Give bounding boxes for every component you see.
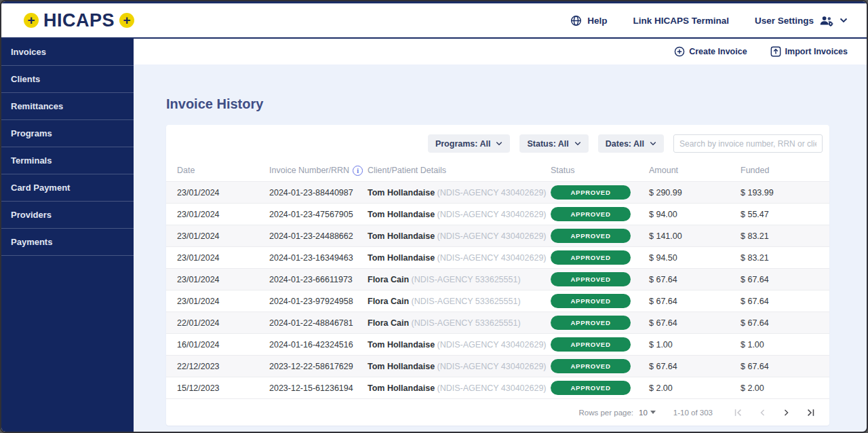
sidebar-item[interactable]: Terminals [1, 147, 134, 174]
status-cell: APPROVED [551, 337, 649, 352]
client-agency: (NDIS-AGENCY 430402629) [437, 253, 547, 263]
user-settings-menu[interactable]: User Settings [755, 15, 848, 26]
caret-down-icon [650, 411, 656, 414]
users-gear-icon [819, 15, 834, 26]
create-invoice-label: Create Invoice [689, 47, 747, 56]
link-hicaps-terminal-link[interactable]: Link HICAPS Terminal [633, 16, 729, 26]
hicaps-logo: + HICAPS + [24, 10, 134, 31]
help-link[interactable]: Help [570, 15, 607, 26]
funded-cell: $ 83.21 [741, 253, 818, 263]
main-header: + HICAPS + Help Link HICAPS Terminal Use… [1, 3, 867, 39]
invoice-number-cell: 2024-01-23-47567905 [269, 210, 368, 219]
table-row[interactable]: 23/01/2024 2024-01-23-16349463 Tom Holla… [166, 246, 829, 268]
status-filter-dropdown[interactable]: Status: All [519, 134, 588, 153]
table-row[interactable]: 22/01/2024 2024-01-22-48846781 Flora Cai… [166, 312, 829, 333]
client-cell: Tom Hollandaise (NDIS-AGENCY 430402629) [368, 362, 551, 371]
table-header-row: Date Invoice Number/RRN i Client/Patient… [166, 159, 829, 181]
import-invoices-button[interactable]: Import Invoices [770, 46, 848, 57]
table-row[interactable]: 23/01/2024 2024-01-23-66611973 Flora Cai… [166, 268, 829, 290]
table-row[interactable]: 22/12/2023 2023-12-22-58617629 Tom Holla… [166, 355, 829, 377]
programs-filter-dropdown[interactable]: Programs: All [428, 134, 511, 153]
first-page-button[interactable] [733, 408, 743, 417]
client-name: Tom Hollandaise [368, 231, 435, 241]
sidebar-item-label: Remittances [11, 101, 63, 111]
client-agency: (NDIS-AGENCY 430402629) [437, 188, 547, 197]
last-page-button[interactable] [806, 408, 816, 417]
amount-cell: $ 141.00 [649, 231, 741, 241]
dates-filter-dropdown[interactable]: Dates: All [598, 134, 664, 153]
header-actions: Help Link HICAPS Terminal User Settings [570, 15, 848, 26]
date-cell: 23/01/2024 [177, 253, 269, 263]
invoice-number-cell: 2023-12-22-58617629 [269, 362, 368, 371]
date-cell: 23/01/2024 [177, 210, 269, 219]
table-row[interactable]: 23/01/2024 2024-01-23-97924958 Flora Cai… [166, 290, 829, 312]
column-header-funded: Funded [741, 166, 818, 175]
table-row[interactable]: 15/12/2023 2023-12-15-61236194 Tom Holla… [166, 377, 829, 398]
status-badge: APPROVED [551, 207, 631, 221]
status-cell: APPROVED [551, 381, 649, 395]
invoice-number-cell: 2024-01-23-24488662 [269, 231, 368, 241]
client-agency: (NDIS-AGENCY 533625551) [412, 275, 521, 284]
column-header-status: Status [551, 166, 649, 175]
sidebar-item[interactable]: Remittances [1, 93, 134, 120]
page-toolbar: Create Invoice Import Invoices [134, 39, 867, 64]
filter-row: Programs: All Status: All Dates: All [166, 133, 829, 159]
dates-filter-label: Dates: All [606, 139, 644, 149]
info-icon[interactable]: i [353, 166, 363, 176]
status-cell: APPROVED [551, 359, 649, 373]
rows-per-page: Rows per page: 10 [578, 409, 655, 417]
amount-cell: $ 2.00 [649, 383, 741, 393]
next-page-button[interactable] [782, 408, 791, 417]
chevron-down-icon [496, 141, 502, 146]
pager-controls [733, 408, 816, 417]
funded-cell: $ 67.64 [741, 275, 818, 284]
invoice-number-cell: 2024-01-23-16349463 [269, 253, 368, 263]
amount-cell: $ 67.64 [649, 275, 741, 284]
sidebar-item[interactable]: Invoices [1, 39, 134, 66]
search-input[interactable] [673, 134, 823, 153]
sidebar-item[interactable]: Payments [1, 229, 134, 256]
sidebar-item[interactable]: Providers [1, 202, 134, 229]
amount-cell: $ 94.50 [649, 253, 741, 263]
sidebar-item[interactable]: Programs [1, 120, 134, 147]
rows-per-page-select[interactable]: 10 [639, 409, 656, 417]
first-page-icon [733, 408, 743, 417]
table-body: 23/01/2024 2024-01-23-88440987 Tom Holla… [166, 181, 829, 398]
client-cell: Tom Hollandaise (NDIS-AGENCY 430402629) [368, 188, 551, 197]
client-name: Tom Hollandaise [368, 253, 435, 263]
invoice-number-cell: 2024-01-16-42324516 [269, 340, 368, 350]
table-row[interactable]: 23/01/2024 2024-01-23-88440987 Tom Holla… [166, 181, 829, 203]
globe-icon [570, 15, 582, 26]
import-upload-icon [770, 46, 781, 57]
last-page-icon [806, 408, 816, 417]
client-agency: (NDIS-AGENCY 430402629) [437, 340, 547, 350]
sidebar-item-label: Terminals [11, 155, 52, 166]
client-agency: (NDIS-AGENCY 533625551) [412, 318, 521, 328]
date-cell: 23/01/2024 [177, 275, 269, 284]
client-name: Tom Hollandaise [368, 362, 435, 371]
invoice-history-card: Programs: All Status: All Dates: All [166, 125, 829, 426]
sidebar-item[interactable]: Clients [1, 66, 134, 93]
date-cell: 15/12/2023 [177, 383, 269, 393]
previous-page-button[interactable] [758, 408, 767, 417]
table-row[interactable]: 23/01/2024 2024-01-23-47567905 Tom Holla… [166, 203, 829, 225]
user-settings-label: User Settings [755, 16, 814, 26]
status-badge: APPROVED [551, 272, 631, 286]
status-badge: APPROVED [551, 294, 631, 308]
table-row[interactable]: 16/01/2024 2024-01-16-42324516 Tom Holla… [166, 333, 829, 355]
funded-cell: $ 67.64 [741, 318, 818, 328]
funded-cell: $ 1.00 [741, 340, 818, 350]
date-cell: 22/12/2023 [177, 362, 269, 371]
sidebar-item[interactable]: Card Payment [1, 174, 134, 202]
status-cell: APPROVED [551, 316, 649, 330]
funded-cell: $ 55.47 [741, 210, 818, 219]
client-cell: Flora Cain (NDIS-AGENCY 533625551) [368, 318, 551, 328]
sidebar-item-label: Providers [11, 210, 52, 220]
logo-plus-icon: + [119, 13, 134, 28]
client-name: Tom Hollandaise [368, 210, 435, 219]
create-invoice-button[interactable]: Create Invoice [674, 46, 747, 57]
column-header-invoice: Invoice Number/RRN i [269, 166, 368, 176]
link-terminal-label: Link HICAPS Terminal [633, 16, 729, 26]
client-name: Flora Cain [368, 318, 409, 328]
table-row[interactable]: 23/01/2024 2024-01-23-24488662 Tom Holla… [166, 225, 829, 246]
